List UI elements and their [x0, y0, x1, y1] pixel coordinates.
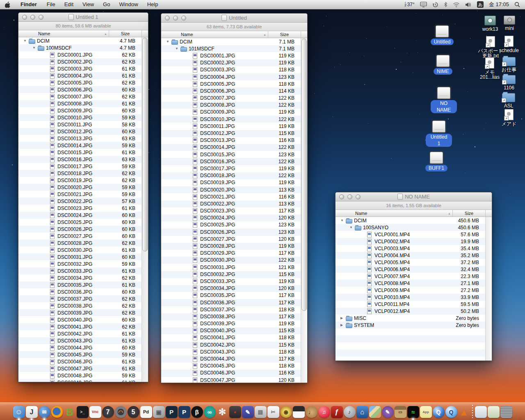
file-row[interactable]: DSC00042.JPG 61 KB: [18, 330, 148, 337]
close-button[interactable]: [339, 194, 344, 199]
file-row[interactable]: DSC00029.JPG 117 KB: [161, 250, 307, 257]
painter-app-dock-icon[interactable]: ✎: [382, 406, 394, 418]
file-row[interactable]: DSC00034.JPG 120 KB: [161, 285, 307, 292]
scrollbar-thumb[interactable]: [142, 38, 148, 251]
file-row[interactable]: DSC00021.JPG 116 KB: [161, 193, 307, 200]
desktop-icon-asl[interactable]: ASL: [495, 91, 522, 108]
file-row[interactable]: DSC00028.JPG 62 KB: [18, 240, 148, 247]
arduino-dock-icon[interactable]: ∞: [204, 406, 216, 418]
minimize-button[interactable]: [173, 16, 178, 21]
five-app-dock-icon[interactable]: 5: [128, 406, 139, 418]
file-row[interactable]: DSC00047.JPG 120 KB: [161, 377, 307, 383]
file-row[interactable]: DSC00008.JPG 122 KB: [161, 102, 307, 109]
file-row[interactable]: DSC00034.JPG 62 KB: [18, 274, 148, 281]
file-row[interactable]: DSC00031.JPG 121 KB: [161, 264, 307, 271]
file-row[interactable]: DSC00011.JPG 58 KB: [18, 121, 148, 128]
file-row[interactable]: DSC00046.JPG 116 KB: [161, 370, 307, 377]
file-row[interactable]: DSC00036.JPG 60 KB: [18, 288, 148, 295]
quicktime-x-dock-icon[interactable]: Q: [433, 406, 445, 418]
menu-go[interactable]: Go: [98, 0, 114, 9]
file-row[interactable]: DSC00012.JPG 60 KB: [18, 128, 148, 135]
compass-app-dock-icon[interactable]: ◉: [280, 406, 292, 418]
menu-window[interactable]: Window: [114, 0, 142, 9]
title-bar[interactable]: Untitled: [161, 14, 307, 23]
file-row[interactable]: DSC00022.JPG 57 KB: [18, 198, 148, 205]
file-row[interactable]: DSC00012.JPG 115 KB: [161, 130, 307, 137]
close-button[interactable]: [165, 16, 170, 21]
file-row[interactable]: DSC00024.JPG 120 KB: [161, 215, 307, 221]
firefox-dock-icon[interactable]: [51, 406, 63, 418]
file-row[interactable]: DSC00021.JPG 59 KB: [18, 191, 148, 198]
vnc-viewer-dock-icon[interactable]: Vnc: [89, 406, 101, 418]
flash-player-dock-icon[interactable]: ƒ: [331, 406, 343, 418]
column-header-size[interactable]: Size: [268, 31, 301, 38]
file-row[interactable]: DSC00023.JPG 61 KB: [18, 205, 148, 212]
file-row[interactable]: DSC00014.JPG 122 KB: [161, 144, 307, 151]
file-row[interactable]: DSC00014.JPG 59 KB: [18, 142, 148, 149]
file-row[interactable]: DSC00005.JPG 118 KB: [161, 80, 307, 87]
file-row[interactable]: DSC00006.JPG 114 KB: [161, 87, 307, 94]
disclosure-triangle-icon[interactable]: [349, 226, 355, 229]
file-row[interactable]: DSC00039.JPG 119 KB: [161, 320, 307, 327]
file-row[interactable]: DSC00025.JPG 60 KB: [18, 219, 148, 226]
file-row[interactable]: DSC00017.JPG 119 KB: [161, 165, 307, 172]
file-row[interactable]: DSC00018.JPG 62 KB: [18, 170, 148, 177]
file-row[interactable]: DSC00032.JPG 115 KB: [161, 271, 307, 278]
desktop-icon-1106[interactable]: 1106: [496, 73, 522, 90]
displays-menu-icon[interactable]: [420, 2, 427, 7]
spotlight-icon[interactable]: [514, 2, 520, 7]
file-row[interactable]: DSC00010.JPG 122 KB: [161, 116, 307, 123]
dock-divider[interactable]: [470, 404, 475, 418]
bathyscaphe-dock-icon[interactable]: B: [64, 406, 76, 418]
disclosure-triangle-icon[interactable]: [340, 324, 346, 327]
audio-app-dock-icon[interactable]: ♪: [344, 406, 356, 418]
minimize-button[interactable]: [347, 194, 352, 199]
pure-data-dock-icon[interactable]: Pd: [140, 406, 152, 418]
file-row[interactable]: VCLP0004.MP4 35.2 MB: [336, 252, 492, 259]
file-row[interactable]: DSC00019.JPG 119 KB: [161, 179, 307, 186]
file-row[interactable]: DSC00020.JPG 59 KB: [18, 184, 148, 191]
desktop-icon-buff1[interactable]: BUFF1: [423, 152, 450, 171]
design-app-dock-icon[interactable]: ✂: [267, 406, 279, 418]
disclosure-triangle-icon[interactable]: [175, 47, 180, 50]
activity-monitor-dock-icon[interactable]: ≈: [407, 406, 419, 418]
file-row[interactable]: DSC00004.JPG 61 KB: [18, 72, 148, 79]
trash-dock-icon[interactable]: [500, 406, 512, 418]
ring-app-dock-icon[interactable]: ◠: [115, 406, 127, 418]
vlc-dock-icon[interactable]: ▲: [458, 406, 470, 418]
input-method-menu-badge[interactable]: あ: [477, 1, 484, 8]
vertical-scrollbar[interactable]: [301, 38, 307, 383]
title-bar[interactable]: NO NAME: [336, 192, 492, 201]
file-row[interactable]: DSC00018.JPG 122 KB: [161, 172, 307, 179]
close-button[interactable]: [22, 15, 27, 20]
file-row[interactable]: DSC00026.JPG 60 KB: [18, 226, 148, 233]
min-window-finder-dock-icon[interactable]: [475, 406, 487, 418]
file-row[interactable]: DSC00024.JPG 60 KB: [18, 212, 148, 219]
jedit-dock-icon[interactable]: J: [26, 406, 38, 418]
file-row[interactable]: DSC00030.JPG 61 KB: [18, 247, 148, 253]
file-row[interactable]: VCLP0010.MP4 33.9 MB: [336, 294, 492, 301]
file-row[interactable]: DSC00003.JPG 61 KB: [18, 65, 148, 72]
column-header-size[interactable]: Size: [109, 30, 142, 37]
file-row[interactable]: DSC00037.JPG 62 KB: [18, 295, 148, 302]
processing-alt-dock-icon[interactable]: P: [178, 406, 190, 418]
desktop-icon-untitled[interactable]: Untitled: [429, 25, 455, 45]
column-header-name[interactable]: Name▲: [336, 210, 453, 217]
file-row[interactable]: DSC00045.JPG 118 KB: [161, 363, 307, 370]
file-row[interactable]: DSC00044.JPG 117 KB: [161, 355, 307, 362]
desktop-icon-schedule[interactable]: schedule: [496, 36, 522, 53]
column-header-name[interactable]: Name▲: [18, 30, 109, 37]
vertical-scrollbar[interactable]: [142, 37, 148, 382]
file-row[interactable]: DSC00001.JPG 119 KB: [161, 52, 307, 59]
file-row[interactable]: DSC00008.JPG 61 KB: [18, 100, 148, 107]
file-row[interactable]: VCLP0003.MP4 35.4 MB: [336, 245, 492, 252]
file-row[interactable]: DSC00032.JPG 59 KB: [18, 260, 148, 267]
file-row[interactable]: VCLP0006.MP4 32.4 MB: [336, 266, 492, 273]
file-row[interactable]: DSC00013.JPG 116 KB: [161, 137, 307, 144]
file-row[interactable]: DSC00026.JPG 123 KB: [161, 228, 307, 235]
column-header-size[interactable]: Size: [453, 210, 486, 217]
file-row[interactable]: DSC00028.JPG 119 KB: [161, 242, 307, 249]
file-row[interactable]: DSC00009.JPG 119 KB: [161, 109, 307, 116]
temperature-widget[interactable]: TMP 37°: [405, 2, 415, 7]
file-row[interactable]: DSC00042.JPG 115 KB: [161, 341, 307, 348]
